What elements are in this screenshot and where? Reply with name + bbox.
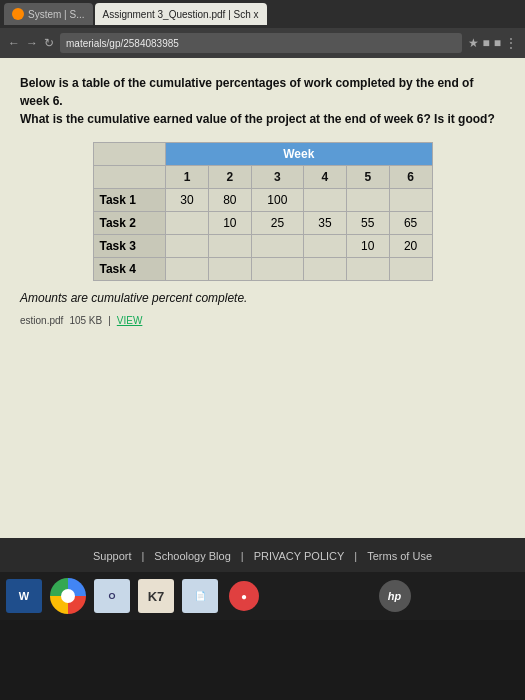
hp-logo: hp: [379, 580, 411, 612]
task1-w1: 30: [166, 189, 209, 212]
task4-w3: [251, 258, 303, 281]
task3-w3: [251, 235, 303, 258]
task2-w5: 55: [346, 212, 389, 235]
taskbar-onedrive[interactable]: O: [92, 576, 132, 616]
filename: estion.pdf: [20, 315, 63, 326]
week-col-5: 5: [346, 166, 389, 189]
divider-2: |: [241, 550, 244, 562]
task-table-wrapper: Week 1 2 3 4 5 6 Task 1 30 80 100: [93, 142, 433, 281]
task1-w5: [346, 189, 389, 212]
task4-w1: [166, 258, 209, 281]
footer-spacer: [0, 478, 525, 538]
taskbar-chrome[interactable]: [48, 576, 88, 616]
week-col-3: 3: [251, 166, 303, 189]
tab-active[interactable]: Assignment 3_Question.pdf | Sch x: [95, 3, 267, 25]
file-info: estion.pdf 105 KB | VIEW: [20, 315, 505, 326]
view-link[interactable]: VIEW: [117, 315, 143, 326]
task3-w2: [208, 235, 251, 258]
task2-w1: [166, 212, 209, 235]
week-header-row: Week: [93, 143, 432, 166]
word-icon: W: [6, 579, 42, 613]
task4-w6: [389, 258, 432, 281]
bookmark-icon[interactable]: ★: [468, 36, 479, 50]
task1-w2: 80: [208, 189, 251, 212]
task3-row: Task 3 10 20: [93, 235, 432, 258]
question-part1: Below is a table of the cumulative perce…: [20, 76, 473, 108]
task3-w4: [304, 235, 347, 258]
tab-bar: System | S... Assignment 3_Question.pdf …: [0, 0, 525, 28]
task3-w1: [166, 235, 209, 258]
task4-w5: [346, 258, 389, 281]
amounts-note: Amounts are cumulative percent complete.: [20, 291, 505, 305]
task3-w5: 10: [346, 235, 389, 258]
address-bar: ← → ↻ ★ ■ ■ ⋮: [0, 28, 525, 58]
task4-w4: [304, 258, 347, 281]
chrome-inner: [61, 589, 75, 603]
tab-inactive[interactable]: System | S...: [4, 3, 93, 25]
browser-chrome: System | S... Assignment 3_Question.pdf …: [0, 0, 525, 58]
week-col-6: 6: [389, 166, 432, 189]
task1-w3: 100: [251, 189, 303, 212]
task2-w4: 35: [304, 212, 347, 235]
week-label: Week: [166, 143, 432, 166]
tab-active-label: Assignment 3_Question.pdf | Sch x: [103, 9, 259, 20]
corner-cell: [93, 143, 166, 166]
tab-inactive-label: System | S...: [28, 9, 85, 20]
support-link[interactable]: Support: [93, 550, 132, 562]
more-icon[interactable]: ⋮: [505, 36, 517, 50]
footer-links: Support | Schoology Blog | PRIVACY POLIC…: [0, 550, 525, 562]
task3-label: Task 3: [93, 235, 166, 258]
week-numbers-row: 1 2 3 4 5 6: [93, 166, 432, 189]
red-app-icon: ●: [229, 581, 259, 611]
address-input[interactable]: [60, 33, 462, 53]
question-text: Below is a table of the cumulative perce…: [20, 74, 505, 128]
task4-w2: [208, 258, 251, 281]
week-col-2: 2: [208, 166, 251, 189]
blog-link[interactable]: Schoology Blog: [154, 550, 230, 562]
terms-link[interactable]: Terms of Use: [367, 550, 432, 562]
divider-3: |: [354, 550, 357, 562]
camera-icon: ■: [494, 36, 501, 50]
week-col-1: 1: [166, 166, 209, 189]
shield-icon: ■: [483, 36, 490, 50]
task1-row: Task 1 30 80 100: [93, 189, 432, 212]
task1-w6: [389, 189, 432, 212]
taskbar-word[interactable]: W: [4, 576, 44, 616]
privacy-link[interactable]: PRIVACY POLICY: [254, 550, 345, 562]
forward-button[interactable]: →: [26, 36, 38, 50]
question-part2: What is the cumulative earned value of t…: [20, 112, 495, 126]
row-label-header: [93, 166, 166, 189]
week-col-4: 4: [304, 166, 347, 189]
task2-w3: 25: [251, 212, 303, 235]
task4-label: Task 4: [93, 258, 166, 281]
task2-label: Task 2: [93, 212, 166, 235]
chrome-icon: [50, 578, 86, 614]
task-table: Week 1 2 3 4 5 6 Task 1 30 80 100: [93, 142, 433, 281]
doc-icon: 📄: [182, 579, 218, 613]
task1-label: Task 1: [93, 189, 166, 212]
schoology-footer: Support | Schoology Blog | PRIVACY POLIC…: [0, 538, 525, 572]
tab-icon-inactive: [12, 8, 24, 20]
taskbar: W O K7 📄 ● hp: [0, 572, 525, 620]
onedrive-icon: O: [94, 579, 130, 613]
taskbar-red[interactable]: ●: [224, 576, 264, 616]
hp-logo-area: hp: [268, 580, 521, 612]
task2-w2: 10: [208, 212, 251, 235]
divider-1: |: [142, 550, 145, 562]
back-button[interactable]: ←: [8, 36, 20, 50]
task4-row: Task 4: [93, 258, 432, 281]
task2-w6: 65: [389, 212, 432, 235]
browser-icons: ★ ■ ■ ⋮: [468, 36, 518, 50]
page-content: Below is a table of the cumulative perce…: [0, 58, 525, 478]
taskbar-doc[interactable]: 📄: [180, 576, 220, 616]
pipe-divider: |: [108, 315, 111, 326]
task2-row: Task 2 10 25 35 55 65: [93, 212, 432, 235]
reload-button[interactable]: ↻: [44, 36, 54, 50]
task1-w4: [304, 189, 347, 212]
k7-icon: K7: [138, 579, 174, 613]
task3-w6: 20: [389, 235, 432, 258]
taskbar-k7[interactable]: K7: [136, 576, 176, 616]
file-size: 105 KB: [69, 315, 102, 326]
